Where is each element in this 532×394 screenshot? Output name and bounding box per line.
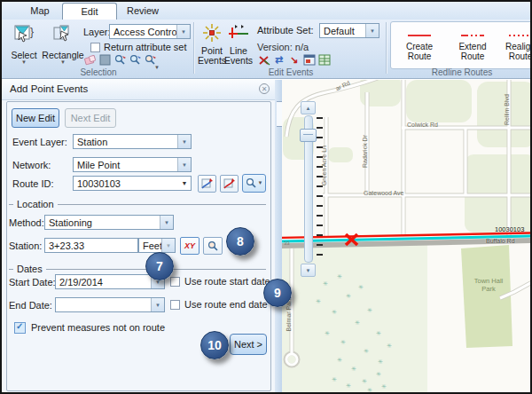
zoom-tick — [317, 234, 323, 236]
route-search-icon — [246, 177, 257, 189]
create-route-button[interactable]: Create Route — [396, 25, 442, 66]
end-date-calendar-arrow-icon[interactable]: ▼ — [151, 298, 164, 311]
map-viewport[interactable]: ✳✳✳ ✳✳✳ ✳✳✳ ✳✳✳ ✳✳✳ ✳✳✳ ✳✳✳ ✳✳ — [282, 80, 532, 394]
end-date-input[interactable]: ▼ — [55, 297, 165, 312]
select-tool-icon: } — [12, 23, 35, 48]
street-label-gatewood: Gatewood Ave — [364, 190, 403, 196]
attribute-set-combo-arrow-icon[interactable]: ▼ — [365, 24, 379, 37]
route-id-combo-arrow-icon[interactable]: ▼ — [178, 180, 191, 186]
zoom-tick — [317, 225, 323, 226]
svg-text:✳: ✳ — [340, 339, 346, 346]
svg-text:}: } — [30, 26, 34, 38]
network-combo[interactable]: Mile Point ▼ — [73, 157, 192, 172]
new-edit-button[interactable]: New Edit — [12, 108, 59, 128]
point-events-icon — [202, 23, 222, 44]
route-id-label: Route ID: — [12, 178, 53, 189]
select-tool-button[interactable]: } Select ▼ — [5, 23, 43, 65]
line-events-icon — [228, 23, 249, 44]
group-separator — [386, 22, 387, 74]
split-event-icon[interactable]: ↘ — [287, 53, 301, 66]
event-table-icon[interactable] — [317, 53, 331, 66]
svg-text:✳: ✳ — [337, 357, 342, 364]
tab-review[interactable]: Review — [115, 3, 170, 19]
zoom-out-button[interactable]: ▼ — [301, 264, 316, 277]
return-attribute-set-checkbox[interactable] — [90, 43, 100, 52]
rectangle-tool-button[interactable]: Rectangle ▼ — [43, 23, 83, 65]
selection-group-label: Selection — [5, 67, 192, 77]
layer-combo-arrow-icon[interactable]: ▼ — [176, 25, 190, 38]
select-dropdown-caret: ▼ — [21, 60, 27, 65]
extend-route-button[interactable]: Extend Route — [450, 25, 496, 66]
street-label-radarick: Radarick Dr — [362, 135, 368, 168]
select-route-from-selection-button[interactable] — [220, 175, 239, 193]
realign-route-button[interactable]: Realign Route — [501, 25, 532, 66]
panel-title: Add Point Events — [10, 83, 88, 94]
redline-group-label: Redline Routes — [390, 67, 532, 77]
zoom-tick — [317, 185, 323, 187]
method-combo-arrow-icon[interactable]: ▼ — [160, 216, 173, 229]
next-button[interactable]: Next > — [230, 334, 267, 355]
method-combo[interactable]: Stationing ▼ — [44, 215, 174, 230]
merge-events-icon[interactable]: ⇄ — [272, 53, 286, 66]
zoom-in-button[interactable]: ▲ — [301, 101, 316, 114]
next-edit-button[interactable]: Next Edit — [65, 108, 116, 128]
station-units-combo[interactable]: Feet ▼ — [138, 238, 176, 253]
xy-icon: XY — [184, 241, 195, 250]
method-value: Stationing — [45, 217, 160, 228]
line-events-button[interactable]: Line Events — [224, 23, 253, 66]
create-route-icon — [406, 25, 433, 39]
event-window-icon[interactable] — [302, 53, 316, 66]
street-label-buffalo: Buffalo Rd — [486, 238, 515, 244]
selection-options-icon[interactable] — [144, 53, 157, 66]
zoom-slider-handle[interactable] — [300, 129, 317, 142]
redline-panel: Create Route Extend Route Realign Route — [390, 21, 532, 69]
zoom-tick — [317, 127, 323, 129]
attribute-set-combo[interactable]: Default ▼ — [319, 23, 379, 38]
station-input[interactable]: 3+23.33 — [44, 238, 138, 253]
select-route-on-map-button[interactable] — [198, 175, 216, 193]
layer-combo[interactable]: Access Control ▼ — [109, 24, 191, 39]
svg-text:✳: ✳ — [376, 371, 381, 378]
rectangle-tool-icon — [51, 23, 74, 48]
svg-text:✳: ✳ — [367, 307, 372, 314]
tab-map[interactable]: Map — [18, 3, 62, 19]
zoom-tick — [317, 254, 323, 256]
dates-separator — [9, 269, 266, 270]
network-combo-arrow-icon[interactable]: ▼ — [177, 158, 191, 171]
route-number-label: 10030103 — [495, 225, 524, 233]
svg-text:✳: ✳ — [376, 330, 381, 337]
svg-text:✳: ✳ — [362, 378, 367, 385]
event-layer-combo-arrow-icon[interactable]: ▼ — [177, 135, 191, 148]
svg-text:✳: ✳ — [364, 348, 369, 355]
measure-label: 33 — [284, 240, 290, 246]
route-id-combo[interactable]: 10030103 ▼ — [73, 176, 192, 191]
station-search-button[interactable] — [203, 237, 223, 255]
network-label: Network: — [12, 160, 51, 170]
location-group-label: Location — [13, 199, 58, 209]
event-layer-combo[interactable]: Station ▼ — [73, 134, 192, 149]
xy-button[interactable]: XY — [180, 237, 200, 255]
zoom-to-selection-icon[interactable] — [113, 53, 127, 66]
point-events-button[interactable]: Point Events — [198, 23, 226, 66]
route-search-dropdown-button[interactable]: ▼ — [242, 174, 266, 193]
ribbon-tab-row: Map Edit Review — [2, 2, 530, 20]
use-route-start-date-checkbox[interactable] — [170, 277, 180, 287]
svg-text:✳: ✳ — [387, 343, 392, 350]
route-search-caret: ▼ — [258, 181, 263, 185]
use-route-end-date-checkbox[interactable] — [170, 300, 180, 310]
delete-event-icon[interactable] — [257, 53, 270, 66]
clear-selection-icon[interactable] — [83, 53, 97, 66]
layer-value: Access Control — [110, 27, 176, 37]
end-date-label: End Date: — [9, 300, 52, 311]
prevent-measures-checkbox[interactable] — [14, 322, 26, 334]
realign-route-icon — [507, 25, 532, 39]
station-search-icon — [207, 240, 219, 252]
street-label-colwick: Colwick Rd — [407, 122, 438, 128]
tab-edit[interactable]: Edit — [62, 3, 117, 20]
svg-text:✳: ✳ — [367, 387, 372, 394]
selection-square-icon[interactable] — [98, 53, 112, 66]
start-date-input[interactable]: 2/19/2014 ▼ — [55, 274, 165, 289]
pan-to-selection-icon[interactable] — [129, 53, 142, 66]
version-label: Version: n/a — [257, 42, 309, 52]
panel-close-icon[interactable]: ✕ — [259, 83, 270, 94]
